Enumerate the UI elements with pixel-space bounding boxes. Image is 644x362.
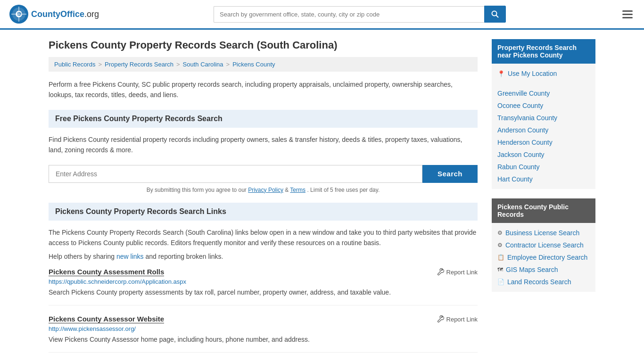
breadcrumb-sep: > <box>176 61 180 68</box>
public-record-list-item: 🗺GIS Maps Search <box>492 263 595 276</box>
public-record-link[interactable]: GIS Maps Search <box>506 266 558 273</box>
header-search-input[interactable] <box>214 6 484 23</box>
header-search-area <box>214 6 506 23</box>
breadcrumb-public-records[interactable]: Public Records <box>54 61 95 68</box>
nearby-counties-list: 📍 Use My Location <box>492 64 595 83</box>
county-list-item: Anderson County <box>492 124 595 136</box>
wrench-icon <box>437 315 444 323</box>
record-type-icon: ⚙ <box>497 230 503 236</box>
public-record-list-item: ⚙Contractor License Search <box>492 239 595 251</box>
page-title: Pickens County Property Records Search (… <box>49 39 478 51</box>
record-type-icon: 📋 <box>497 254 504 261</box>
county-list: Greenville CountyOconee CountyTransylvan… <box>492 83 595 189</box>
svg-line-7 <box>496 16 498 17</box>
public-record-link[interactable]: Contractor License Search <box>505 241 584 249</box>
record-url-link[interactable]: http://www.pickensassessor.org/ <box>49 325 478 332</box>
record-type-icon: 🗺 <box>497 266 503 273</box>
wrench-icon <box>437 268 444 276</box>
breadcrumb-property-records[interactable]: Property Records Search <box>105 61 173 68</box>
county-list-item: Henderson County <box>492 136 595 148</box>
public-record-link[interactable]: Employee Directory Search <box>507 254 587 261</box>
county-list-item: Hart County <box>492 173 595 185</box>
form-note-prefix: By submitting this form you agree to our <box>147 187 247 193</box>
county-link[interactable]: Oconee County <box>497 102 543 109</box>
public-records-section: Pickens County Public Records ⚙Business … <box>492 198 595 292</box>
header-search-button[interactable] <box>484 6 506 23</box>
record-item: Pickens County Assessor Website Report L… <box>49 315 478 353</box>
free-search-description: Find Pickens County residential property… <box>49 134 478 156</box>
breadcrumb-sep: > <box>226 61 230 68</box>
form-note-and: & <box>285 187 290 193</box>
menu-button[interactable] <box>620 8 635 20</box>
search-icon <box>491 10 499 18</box>
report-label: Report Link <box>446 316 478 323</box>
county-link[interactable]: Transylvania County <box>497 114 557 122</box>
record-desc: Search Pickens County property assessmen… <box>49 288 478 297</box>
county-link[interactable]: Greenville County <box>497 90 550 97</box>
record-type-icon: ⚙ <box>497 242 503 248</box>
breadcrumb-sep: > <box>98 61 102 68</box>
public-record-link[interactable]: Business License Search <box>505 229 579 237</box>
county-link[interactable]: Hart County <box>497 175 533 183</box>
county-link[interactable]: Jackson County <box>497 151 545 158</box>
public-record-link[interactable]: Land Records Search <box>507 278 571 286</box>
county-link[interactable]: Rabun County <box>497 163 540 171</box>
sidebar: Property Records Search near Pickens Cou… <box>492 39 595 362</box>
location-pin-icon: 📍 <box>497 70 505 77</box>
logo-icon: C <box>9 5 28 24</box>
nearby-heading: Property Records Search near Pickens Cou… <box>492 39 595 64</box>
hamburger-line <box>622 17 633 18</box>
address-search-input[interactable] <box>49 165 422 183</box>
new-links-link2[interactable]: new links <box>116 253 144 260</box>
record-type-icon: 📄 <box>497 279 504 285</box>
record-item-header: Pickens County Assessment Rolls Report L… <box>49 268 478 276</box>
form-note-suffix: . Limit of 5 free uses per day. <box>307 187 380 193</box>
record-desc: View Pickens County Assessor home page, … <box>49 335 478 345</box>
share-note-prefix: Help others by sharing <box>49 253 115 260</box>
main-container: Pickens County Property Records Search (… <box>39 30 605 362</box>
share-note: Help others by sharing new links and rep… <box>49 253 478 260</box>
public-record-list-item: ⚙Business License Search <box>492 227 595 239</box>
county-link[interactable]: Henderson County <box>497 139 553 146</box>
hamburger-line <box>622 14 633 15</box>
terms-link[interactable]: Terms <box>290 187 305 193</box>
address-search-button[interactable]: Search <box>422 165 478 183</box>
use-my-location-item: 📍 Use My Location <box>492 67 595 80</box>
privacy-policy-link[interactable]: Privacy Policy <box>248 187 283 193</box>
county-list-item: Greenville County <box>492 87 595 99</box>
address-search-row: Search <box>49 165 478 183</box>
links-section-heading: Pickens County Property Records Search L… <box>49 203 478 221</box>
breadcrumb: Public Records > Property Records Search… <box>49 57 478 72</box>
public-records-list: ⚙Business License Search⚙Contractor Lice… <box>492 223 595 292</box>
links-section: Pickens County Property Records Search L… <box>49 203 478 353</box>
record-title-link[interactable]: Pickens County Assessor Website <box>49 315 164 323</box>
breadcrumb-pickens-county[interactable]: Pickens County <box>232 61 275 68</box>
county-list-item: Jackson County <box>492 148 595 161</box>
report-link-button[interactable]: Report Link <box>437 315 478 323</box>
record-title-link[interactable]: Pickens County Assessment Rolls <box>49 268 164 276</box>
report-link-button[interactable]: Report Link <box>437 268 478 276</box>
links-description: The Pickens County Property Records Sear… <box>49 227 478 248</box>
nearby-counties-section: Property Records Search near Pickens Cou… <box>492 39 595 189</box>
record-item-header: Pickens County Assessor Website Report L… <box>49 315 478 323</box>
form-note: By submitting this form you agree to our… <box>49 187 478 193</box>
county-list-item: Oconee County <box>492 99 595 112</box>
public-records-heading: Pickens County Public Records <box>492 198 595 223</box>
breadcrumb-south-carolina[interactable]: South Carolina <box>183 61 223 68</box>
county-link[interactable]: Anderson County <box>497 126 548 134</box>
use-my-location-link[interactable]: Use My Location <box>508 70 557 77</box>
public-record-list-item: 📄Land Records Search <box>492 276 595 288</box>
free-search-heading: Free Pickens County Property Records Sea… <box>49 110 478 128</box>
public-record-list-item: 📋Employee Directory Search <box>492 251 595 263</box>
hamburger-line <box>622 10 633 12</box>
logo-text: CountyOffice.org <box>31 9 99 19</box>
county-list-item: Rabun County <box>492 161 595 173</box>
content-area: Pickens County Property Records Search (… <box>49 39 478 362</box>
logo: C CountyOffice.org <box>9 5 99 24</box>
page-description: Perform a free Pickens County, SC public… <box>49 79 478 100</box>
record-item: Pickens County Assessment Rolls Report L… <box>49 268 478 305</box>
county-list-item: Transylvania County <box>492 112 595 124</box>
record-url-link[interactable]: https://qpublic.schneidercorp.com/Applic… <box>49 278 478 285</box>
site-header: C CountyOffice.org <box>0 0 644 30</box>
free-search-section: Free Pickens County Property Records Sea… <box>49 110 478 193</box>
